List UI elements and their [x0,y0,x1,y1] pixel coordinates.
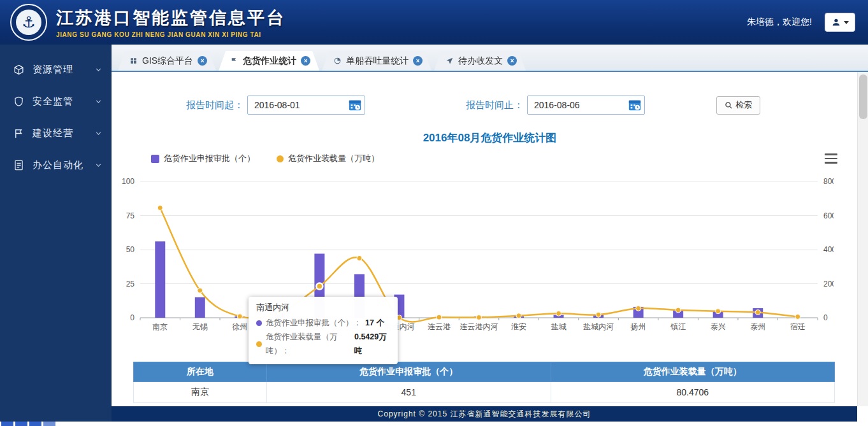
column-header: 所在地 [134,362,267,382]
sidebar-item-safety-supervision[interactable]: 安全监管 [0,85,112,117]
svg-text:泰兴: 泰兴 [711,322,726,331]
svg-text:南京: 南京 [152,322,168,331]
bar-series-dot [256,320,262,326]
svg-text:徐州: 徐州 [232,322,247,331]
table-row: 南京 451 80.4706 [134,382,835,403]
svg-text:泰州: 泰州 [750,322,765,331]
shield-icon [13,95,25,108]
app-header: ⚓ 江苏港口智能监管信息平台 JIANG SU GANG KOU ZHI NEN… [0,0,868,45]
map-grid-icon [129,57,138,65]
cell-load: 80.4706 [551,382,835,403]
report-end-input[interactable] [528,100,627,110]
svg-text:75: 75 [126,211,135,220]
report-start-input[interactable] [248,100,347,110]
svg-text:连云港内河: 连云港内河 [460,322,498,331]
user-menu-button[interactable] [825,13,855,32]
flag-icon [13,127,25,139]
tab-label: GIS综合平台 [142,55,193,67]
chevron-down-icon [94,97,103,106]
search-button[interactable]: 检索 [716,96,760,115]
sidebar-item-label: 建设经营 [33,127,73,139]
svg-text:盐城内河: 盐城内河 [583,322,614,331]
legend-line-swatch [277,155,284,162]
tab-ship-throughput-stats[interactable]: 单船吞吐量统计 × [322,51,431,71]
svg-text:0: 0 [130,313,134,322]
pie-chart-icon [333,57,342,65]
anchor-icon: ⚓ [16,10,41,35]
svg-text:淮安: 淮安 [511,322,526,331]
chart-area: 00252005040075600100800南京无锡徐州常州苏州南通南通内河连… [117,173,834,340]
scrollbar-thumb[interactable] [859,75,867,119]
sidebar-item-label: 资源管理 [33,64,73,76]
tab-label: 危货作业统计 [243,55,296,67]
tab-close-icon[interactable]: × [198,56,207,66]
sidebar-item-office-automation[interactable]: 办公自动化 [0,149,112,181]
user-icon [831,17,841,27]
sidebar-item-construction-operation[interactable]: 建设经营 [0,117,112,149]
sidebar-item-label: 安全监管 [33,96,73,108]
tooltip-value: 0.5429万吨 [354,330,390,359]
chevron-down-icon [94,66,103,74]
svg-text:扬州: 扬州 [630,322,646,331]
app-logo: ⚓ [10,4,47,41]
tab-close-icon[interactable]: × [301,56,310,66]
tooltip-value: 17 个 [365,316,384,330]
calendar-icon[interactable] [627,97,642,113]
flag-icon [230,57,238,65]
calendar-icon[interactable] [347,97,363,113]
report-start-field [247,96,365,115]
svg-text:200: 200 [823,280,834,288]
chevron-down-icon [94,161,103,169]
legend-label: 危货作业装载量（万吨） [288,153,379,164]
tab-dangerous-cargo-stats[interactable]: 危货作业统计 × [219,51,319,71]
sidebar: 资源管理 安全监管 建设经营 [0,45,112,422]
tab-close-icon[interactable]: × [413,56,423,66]
tab-pending-documents[interactable]: 待办收发文 × [434,51,526,71]
legend-item-line-series[interactable]: 危货作业装载量（万吨） [277,153,379,164]
chart-menu-icon[interactable] [825,153,837,164]
chart-legend: 危货作业申报审批（个） 危货作业装载量（万吨） [151,153,868,164]
document-icon [13,159,25,171]
svg-text:镇江: 镇江 [670,322,686,331]
vertical-scrollbar[interactable] [857,72,868,406]
legend-item-bar-series[interactable]: 危货作业申报审批（个） [151,153,255,164]
main-area: GIS综合平台 × 危货作业统计 × 单船吞吐量统计 × [112,45,868,422]
svg-text:50: 50 [126,245,135,254]
tab-bar: GIS综合平台 × 危货作业统计 × 单船吞吐量统计 × [112,45,868,72]
chart-tooltip: 南通内河 危货作业申报审批（个）： 17 个 危货作业装载量（万吨）： 0.54… [249,297,398,364]
svg-text:宿迁: 宿迁 [790,322,806,331]
svg-text:盐城: 盐城 [551,322,567,331]
statistics-table: 所在地 危货作业申报审批（个） 危货作业装载量（万吨） 南京 451 80.47… [133,362,835,403]
tab-label: 待办收发文 [458,55,503,67]
chart-title: 2016年08月危货作业统计图 [112,131,868,145]
filter-row: 报告时间起： 报告时间止： [112,72,868,115]
taskbar-strip [0,422,868,426]
send-icon [445,57,454,65]
resource-management-icon [13,63,25,76]
svg-text:无锡: 无锡 [192,322,208,331]
statistics-chart[interactable]: 00252005040075600100800南京无锡徐州常州苏州南通南通内河连… [117,173,834,340]
welcome-text: 朱培德，欢迎您! [747,17,812,28]
sidebar-item-resource-management[interactable]: 资源管理 [0,53,112,85]
tooltip-row: 危货作业装载量（万吨）： 0.5429万吨 [256,330,390,359]
line-series-dot [256,341,262,347]
column-header: 危货作业装载量（万吨） [551,362,835,382]
legend-label: 危货作业申报审批（个） [164,153,255,164]
tooltip-label: 危货作业申报审批（个）： [266,316,361,330]
tab-label: 单船吞吐量统计 [346,55,409,67]
svg-text:0: 0 [823,313,828,322]
tooltip-title: 南通内河 [256,302,390,313]
page-subtitle: JIANG SU GANG KOU ZHI NENG JIAN GUAN XIN… [56,31,286,38]
report-end-field [527,96,645,115]
tab-gis-platform[interactable]: GIS综合平台 × [118,51,216,71]
search-icon [725,101,733,110]
tooltip-label: 危货作业装载量（万吨）： [266,330,351,359]
chevron-down-icon [844,21,849,24]
tab-close-icon[interactable]: × [507,56,517,66]
content-panel: 报告时间起： 报告时间止： [112,72,868,406]
svg-text:100: 100 [122,177,134,186]
svg-text:600: 600 [823,211,834,220]
svg-text:800: 800 [823,177,834,186]
chevron-down-icon [94,129,103,138]
svg-text:400: 400 [823,245,834,254]
